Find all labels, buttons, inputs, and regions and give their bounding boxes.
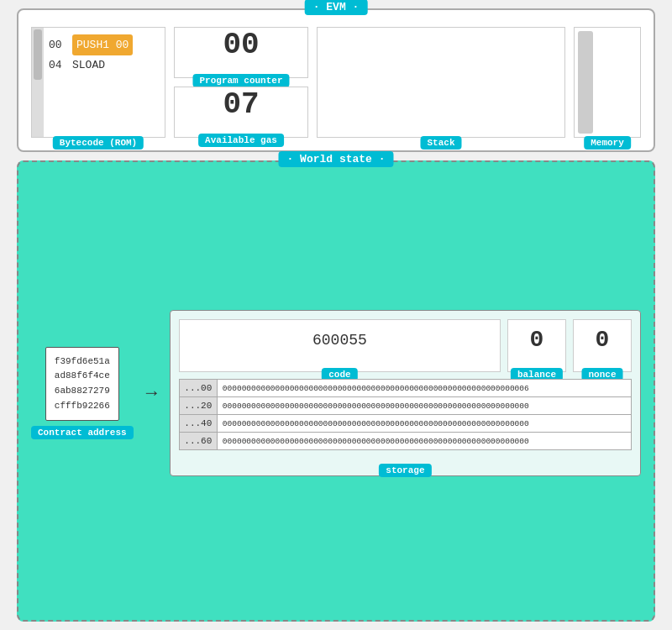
storage-row-3: ...60 0000000000000000000000000000000000… [179, 432, 632, 450]
bytecode-addr-1: 04 [49, 55, 66, 75]
evm-panel: · EVM · 00 PUSH1 00 04 SLOAD Bytecode (R… [17, 8, 655, 152]
bytecode-content: 00 PUSH1 00 04 SLOAD [44, 28, 165, 137]
storage-row-0: ...00 0000000000000000000000000000000000… [179, 379, 632, 396]
bytecode-addr-0: 00 [49, 35, 66, 55]
storage-addr-2: ...40 [180, 415, 218, 432]
bytecode-label: Bytecode (ROM) [53, 136, 144, 150]
storage-val-0: 0000000000000000000000000000000000000000… [218, 380, 631, 396]
evm-title: · EVM · [305, 0, 368, 15]
account-panel: 600055 code 0 balance 0 nonce ...00 0000… [170, 310, 641, 476]
storage-val-2: 0000000000000000000000000000000000000000… [218, 415, 631, 432]
balance-value: 0 [530, 327, 544, 353]
storage-addr-3: ...60 [180, 433, 218, 449]
bytecode-row-0: 00 PUSH1 00 [49, 34, 160, 55]
storage-label: storage [379, 464, 431, 477]
bytecode-section: 00 PUSH1 00 04 SLOAD Bytecode (ROM) [31, 27, 165, 138]
memory-box [574, 27, 641, 138]
program-counter-label: Program counter [192, 74, 289, 87]
stack-box [317, 27, 565, 138]
code-value: 600055 [312, 332, 367, 349]
world-state-panel: · World state · f39fd6e51a ad88f6f4ce 6a… [17, 160, 655, 622]
storage-row-1: ...20 0000000000000000000000000000000000… [179, 396, 632, 414]
gas-box: 07 Available gas [174, 87, 308, 138]
bytecode-op-1: SLOAD [72, 55, 105, 75]
contract-address-label: Contract address [31, 426, 134, 439]
contract-addr-line-1: ad88f6f4ce [55, 369, 110, 384]
bytecode-row-1: 04 SLOAD [49, 55, 160, 75]
memory-label: Memory [584, 136, 631, 150]
contract-addr-line-0: f39fd6e51a [55, 354, 110, 370]
program-counter-value: 00 [223, 28, 259, 62]
contract-address-box: f39fd6e51a ad88f6f4ce 6ab8827279 cfffb92… [45, 347, 119, 421]
account-top-row: 600055 code 0 balance 0 nonce [179, 319, 632, 372]
memory-section: Memory [574, 27, 641, 138]
gas-label: Available gas [198, 134, 284, 147]
bytecode-box: 00 PUSH1 00 04 SLOAD [31, 27, 165, 138]
stack-label: Stack [420, 136, 461, 150]
nonce-value: 0 [596, 327, 610, 353]
storage-section: ...00 0000000000000000000000000000000000… [179, 379, 632, 467]
balance-box: 0 balance [507, 319, 566, 372]
bytecode-scrollbar-thumb [34, 29, 42, 80]
contract-section: f39fd6e51a ad88f6f4ce 6ab8827279 cfffb92… [31, 347, 134, 439]
bytecode-op-0: PUSH1 00 [72, 34, 133, 55]
program-counter-box: 00 Program counter [174, 27, 308, 78]
memory-scrollbar[interactable] [578, 31, 593, 134]
storage-row-2: ...40 0000000000000000000000000000000000… [179, 414, 632, 432]
gas-value: 07 [223, 87, 259, 122]
arrow-icon: → [146, 383, 157, 404]
contract-addr-line-3: cfffb92266 [55, 399, 110, 414]
memory-content [596, 28, 640, 137]
contract-addr-line-2: 6ab8827279 [55, 384, 110, 399]
bytecode-scrollbar[interactable] [32, 28, 44, 137]
storage-val-3: 0000000000000000000000000000000000000000… [218, 433, 631, 449]
storage-addr-1: ...20 [180, 397, 218, 414]
world-state-title: · World state · [278, 151, 393, 167]
storage-val-1: 0000000000000000000000000000000000000000… [218, 397, 631, 414]
code-box: 600055 code [179, 319, 501, 372]
stack-section: Stack [317, 27, 565, 138]
nonce-box: 0 nonce [573, 319, 632, 372]
storage-addr-0: ...00 [180, 380, 218, 396]
counters-section: 00 Program counter 07 Available gas [174, 27, 308, 138]
